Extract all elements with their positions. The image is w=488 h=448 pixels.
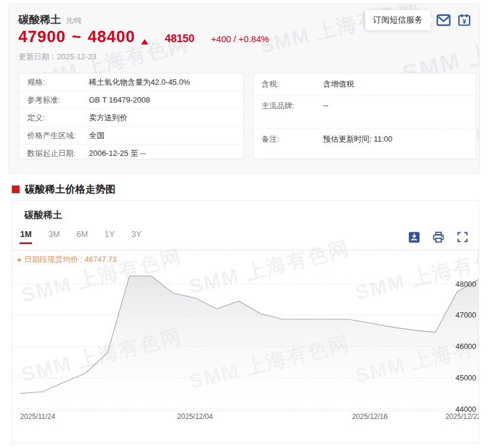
update-date: 更新日期：2025-12-23 [18, 52, 97, 62]
chart-legend: 日期段现货均价 : 46747.73 [18, 254, 117, 265]
svg-text:45000: 45000 [455, 374, 476, 382]
price-trend-chart[interactable]: 44000450004600047000480002025/11/242025/… [18, 266, 479, 421]
tab-1y[interactable]: 1Y [104, 229, 114, 244]
price-summary-panel: SMM 上海有色网 SMM 上海有色网 SMM 上海有色网 SMM 上海有色网 … [8, 4, 480, 174]
spec-label: 规格: [27, 77, 89, 88]
price-unit: 元/吨 [66, 16, 82, 26]
tab-1m[interactable]: 1M [20, 229, 31, 244]
spec-value: 2006-12-25 至 -- [89, 148, 145, 159]
product-title: 碳酸稀土 [18, 12, 61, 27]
tab-3y[interactable]: 3Y [131, 229, 141, 244]
spec-card-right: 含税:含增值税 主流品牌:-- 备注:预估更新时间: 11:00 [253, 73, 477, 159]
spec-row: 价格产生区域:全国 [19, 127, 243, 145]
save-image-icon[interactable] [406, 229, 422, 245]
spec-value: 含增值税 [323, 79, 354, 89]
price-low: 47900 [18, 28, 66, 46]
spec-label: 价格产生区域: [27, 130, 89, 141]
spec-label: 定义: [27, 113, 89, 123]
spec-label: 主流品牌: [261, 101, 323, 111]
spec-card-left: 规格:稀土氧化物含量为42.0-45.0% 参考标准:GB T 16479-20… [18, 73, 244, 159]
svg-text:47000: 47000 [455, 311, 476, 319]
svg-text:48000: 48000 [455, 280, 476, 289]
price-range: 47900~48400 [18, 28, 135, 46]
spec-value: 全国 [89, 130, 104, 141]
svg-text:2025/12/04: 2025/12/04 [177, 412, 213, 421]
section-heading: 碳酸稀土价格走势图 [12, 183, 116, 196]
subscription-tools: 订阅短信服务 ¥ [365, 10, 472, 30]
price-trend-chart-card: SMM 上海有色网 SMM 上海有色网 SMM 上海有色网 SMM 上海有色网 … [12, 200, 479, 443]
spec-value: 稀土氧化物含量为42.0-45.0% [89, 77, 190, 88]
spec-row: 备注:预估更新时间: 11:00 [253, 129, 476, 159]
mail-icon[interactable] [436, 12, 451, 28]
tab-6m[interactable]: 6M [76, 229, 88, 244]
range-tabs: 1M 3M 6M 1Y 3Y [20, 229, 142, 244]
svg-text:46000: 46000 [455, 343, 476, 351]
spec-value: 预估更新时间: 11:00 [323, 134, 393, 145]
fullscreen-icon[interactable] [455, 229, 470, 245]
legend-separator [12, 250, 479, 251]
spec-row: 定义:卖方送到价 [19, 109, 243, 127]
legend-label: 日期段现货均价 : 46747.73 [24, 254, 117, 265]
legend-dot-icon [18, 258, 21, 261]
price-row: 47900~48400 48150 +400 / +0.84% [18, 28, 269, 46]
spec-label: 数据起止日期: [27, 148, 89, 159]
section-bullet-icon [12, 185, 20, 193]
price-high: 48400 [88, 28, 135, 46]
spec-row: 参考标准:GB T 16479-2008 [19, 91, 243, 109]
subscribe-sms-button[interactable]: 订阅短信服务 [365, 10, 430, 30]
price-subscription-icon[interactable]: ¥ [457, 12, 472, 28]
chart-title: 碳酸稀土 [24, 209, 62, 222]
tab-3m[interactable]: 3M [48, 229, 59, 244]
spec-label: 含税: [261, 79, 323, 89]
spec-value: GB T 16479-2008 [89, 95, 150, 104]
spec-value: 卖方送到价 [89, 113, 127, 123]
svg-text:2025/11/24: 2025/11/24 [20, 412, 55, 421]
svg-text:2025/12/23: 2025/12/23 [445, 412, 479, 421]
spec-row: 数据起止日期:2006-12-25 至 -- [19, 145, 243, 162]
svg-text:¥: ¥ [463, 18, 467, 25]
print-icon[interactable] [430, 229, 446, 245]
average-price: 48150 [165, 33, 194, 45]
section-title: 碳酸稀土价格走势图 [25, 183, 116, 196]
price-change: +400 / +0.84% [211, 34, 269, 44]
chart-toolbar [406, 229, 470, 245]
price-up-arrow-icon [141, 39, 148, 44]
spec-label: 备注: [261, 134, 323, 145]
price-tilde: ~ [72, 28, 82, 46]
spec-row: 主流品牌:-- [253, 95, 476, 129]
product-line: 碳酸稀土 元/吨 [18, 12, 82, 27]
spec-row: 含税:含增值税 [253, 73, 476, 95]
spec-row: 规格:稀土氧化物含量为42.0-45.0% [19, 73, 243, 91]
spec-value: -- [323, 101, 328, 110]
spec-label: 参考标准: [27, 95, 89, 105]
svg-text:2025/12/16: 2025/12/16 [352, 412, 388, 421]
